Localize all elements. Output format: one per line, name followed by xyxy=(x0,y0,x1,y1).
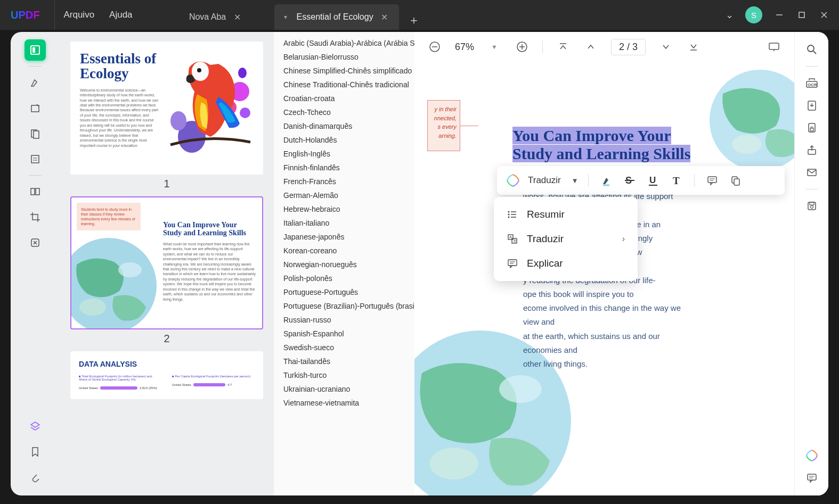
language-option[interactable]: Turkish-turco xyxy=(274,368,414,382)
underline-icon[interactable]: U xyxy=(645,172,661,188)
convert-button[interactable] xyxy=(804,97,820,113)
language-option[interactable]: Russian-russo xyxy=(274,313,414,327)
protect-button[interactable] xyxy=(804,120,820,136)
presentation-button[interactable] xyxy=(767,39,781,54)
language-option[interactable]: Portuguese-Português xyxy=(274,285,414,299)
copy-icon[interactable] xyxy=(728,172,744,188)
separator xyxy=(29,66,42,67)
language-option[interactable]: Vietnamese-vietnamita xyxy=(274,396,414,410)
language-option[interactable]: Polish-polonês xyxy=(274,271,414,285)
compress-tool[interactable] xyxy=(25,232,46,253)
close-icon[interactable]: ✕ xyxy=(232,12,242,22)
comment-icon[interactable] xyxy=(704,172,720,188)
language-option[interactable]: Ukrainian-ucraniano xyxy=(274,382,414,396)
attachment-tool[interactable] xyxy=(25,467,46,488)
thumb2-note: Students tend to study more in their cla… xyxy=(77,203,141,230)
chevron-down-icon[interactable]: ▾ xyxy=(284,13,287,21)
language-option[interactable]: Croatian-croata xyxy=(274,92,414,105)
ai-summarize[interactable]: Resumir xyxy=(494,202,638,227)
page-tool[interactable] xyxy=(25,123,46,144)
tabs: Nova Aba ✕ ▾ Essential of Ecology ✕ ＋ xyxy=(157,0,423,30)
language-option[interactable]: Korean-coreano xyxy=(274,244,414,258)
comments-panel-button[interactable] xyxy=(804,470,820,486)
ai-explain[interactable]: Explicar xyxy=(494,251,638,276)
thumbnail-page-3[interactable]: DATA ANALYSIS ■ Total Ecological Footpri… xyxy=(70,351,263,399)
organize-tool[interactable] xyxy=(25,181,46,202)
thumb2-body: What could be more important than learni… xyxy=(163,242,256,302)
svg-rect-70 xyxy=(810,128,813,131)
first-page-button[interactable] xyxy=(556,39,571,54)
crop-tool[interactable] xyxy=(25,206,46,228)
separator xyxy=(588,174,589,187)
minimize-button[interactable] xyxy=(774,10,785,20)
thumbnails-tool[interactable] xyxy=(25,39,46,61)
language-option[interactable]: Hebrew-hebraico xyxy=(274,202,414,216)
highlight-icon[interactable] xyxy=(598,172,614,188)
language-option[interactable]: English-Inglês xyxy=(274,147,414,161)
email-button[interactable] xyxy=(804,164,820,180)
maximize-button[interactable] xyxy=(796,10,807,20)
language-option[interactable]: Finnish-finlandês xyxy=(274,161,414,175)
language-option[interactable]: Danish-dinamarquês xyxy=(274,119,414,133)
ocr-button[interactable]: OCR xyxy=(804,75,820,91)
language-option[interactable]: Czech-Tcheco xyxy=(274,105,414,119)
ai-translate[interactable]: A文 Traduzir › xyxy=(494,227,638,251)
thumbnail-page-1[interactable]: Essentials of Ecology Welcome to environ… xyxy=(70,42,263,190)
separator xyxy=(805,66,818,67)
text-icon[interactable]: T xyxy=(669,172,685,188)
translate-label[interactable]: Traduzir xyxy=(528,175,561,186)
svg-rect-33 xyxy=(769,43,779,49)
next-page-button[interactable] xyxy=(658,39,673,54)
menu-help[interactable]: Ajuda xyxy=(109,10,132,20)
language-option[interactable]: Japanese-japonês xyxy=(274,230,414,244)
svg-rect-72 xyxy=(808,169,816,176)
language-option[interactable]: Portuguese (Brazilian)-Português (brasil… xyxy=(274,299,414,313)
language-option[interactable]: Chinese Simplified-Chinês simplificado xyxy=(274,64,414,78)
language-option[interactable]: Dutch-Holandês xyxy=(274,133,414,147)
tab-new[interactable]: Nova Aba ✕ xyxy=(157,4,274,30)
language-option[interactable]: Swedish-sueco xyxy=(274,341,414,354)
language-option[interactable]: Arabic (Saudi Arabia)-Arábica (Arábia Sa… xyxy=(274,36,414,50)
language-dropdown[interactable]: Arabic (Saudi Arabia)-Arábica (Arábia Sa… xyxy=(274,32,414,495)
zoom-dropdown[interactable]: ▼ xyxy=(487,39,502,54)
language-option[interactable]: Norwegian-norueguês xyxy=(274,258,414,271)
language-option[interactable]: Belarusian-Bielorrusso xyxy=(274,50,414,64)
page-input[interactable]: 2 / 3 xyxy=(611,39,646,55)
thumbnail-page-2[interactable]: Students tend to study more in their cla… xyxy=(70,196,263,345)
add-tab-button[interactable]: ＋ xyxy=(404,11,423,30)
chevron-down-icon[interactable]: ▼ xyxy=(572,177,579,185)
language-option[interactable]: German-Alemão xyxy=(274,188,414,202)
form-tool[interactable] xyxy=(25,148,46,170)
zoom-in-button[interactable] xyxy=(515,39,530,54)
edit-tool[interactable] xyxy=(25,97,46,119)
prev-page-button[interactable] xyxy=(583,39,598,54)
last-page-button[interactable] xyxy=(686,39,701,54)
language-option[interactable]: Italian-italiano xyxy=(274,216,414,230)
language-option[interactable]: Spanish-Espanhol xyxy=(274,327,414,341)
menu-file[interactable]: Arquivo xyxy=(63,10,94,20)
chevron-down-icon[interactable]: ⌄ xyxy=(726,9,734,21)
ai-translate-label: Traduzir xyxy=(527,233,564,245)
bookmark-tool[interactable] xyxy=(25,441,46,462)
search-button[interactable] xyxy=(804,42,820,57)
language-option[interactable]: Chinese Traditional-Chinês tradicional xyxy=(274,78,414,92)
save-button[interactable] xyxy=(804,198,820,214)
zoom-out-button[interactable] xyxy=(427,39,442,54)
strikethrough-icon[interactable]: S xyxy=(622,172,638,188)
selection-toolbar: Traduzir ▼ S U T xyxy=(497,166,785,195)
language-option[interactable]: Thai-tailandês xyxy=(274,354,414,368)
layers-tool[interactable] xyxy=(25,416,46,437)
tab-active[interactable]: ▾ Essential of Ecology ✕ xyxy=(274,4,399,30)
share-button[interactable] xyxy=(804,142,820,158)
language-option[interactable]: French-Francês xyxy=(274,175,414,188)
close-icon[interactable]: ✕ xyxy=(380,12,389,22)
ai-assistant-button[interactable] xyxy=(804,448,820,464)
zoom-value[interactable]: 67% xyxy=(455,42,474,53)
highlighter-tool[interactable] xyxy=(25,72,46,93)
avatar[interactable]: S xyxy=(745,6,762,23)
margin-note: y in their nnected, s every arning. xyxy=(427,100,460,151)
ai-logo-icon xyxy=(506,173,520,188)
close-button[interactable] xyxy=(819,10,829,20)
svg-line-65 xyxy=(813,51,816,54)
svg-point-51 xyxy=(508,211,510,213)
